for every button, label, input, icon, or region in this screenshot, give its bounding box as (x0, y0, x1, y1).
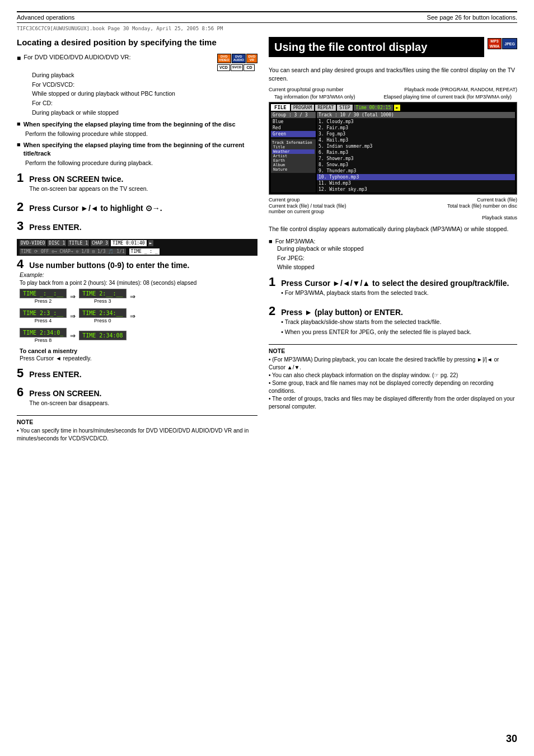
time-box-2a: TIME 2:3_:__ (20, 308, 67, 318)
step-6-content: Press ON SCREEN. The on-screen bar disap… (29, 389, 109, 410)
bullet-dvd-content: For DVD VIDEO/DVD AUDIO/DVD VR: DVDVIDEO… (24, 54, 257, 118)
example-desc: To play back from a point 2 (hours): 34 … (20, 280, 257, 286)
bullet-symbol-2: ■ (17, 120, 21, 130)
dvd-for-cd: For CD: (24, 99, 257, 107)
track-header: Track : 10 / 30 (Total 1000) (317, 112, 515, 118)
file-tab: FILE (271, 104, 290, 111)
right-step-2-content: Press ► (play button) or ENTER. • Track … (281, 308, 471, 339)
step-6: 6 Press ON SCREEN. The on-screen bar dis… (17, 386, 257, 410)
bullet-2-text: When specifying the elapsed playing time… (24, 120, 236, 129)
play-icon: ► (148, 240, 153, 246)
cancel-desc: Press Cursor ◄ repeatedly. (20, 355, 257, 361)
file-info-bar: TIFC3C6C7C9[AUWUSUNUGUX].book Page 30 Mo… (17, 26, 517, 31)
time-group-1b: TIME 2:__:__ Press 3 (79, 289, 126, 304)
group-header: Group : 3 / 3 (271, 112, 316, 118)
right-step-1: 1 Press Cursor ►/◄/▼/▲ to select the des… (269, 276, 517, 299)
right-step-1-number: 1 (269, 276, 275, 288)
step-5-number: 5 (17, 367, 24, 379)
mp3-during-playback: During playback or while stopped (269, 245, 517, 253)
time-row-1: TIME _:__:__ Press 2 ⇒ TIME 2:__:__ Pres… (20, 289, 257, 304)
bullet-symbol-1: ■ (17, 54, 21, 118)
mp3-badge-label: MP3 (488, 39, 502, 44)
right-step-2-title: Press ► (play button) or ENTER. (281, 308, 471, 317)
step-1-number: 1 (17, 172, 24, 184)
arrow-1a: ⇒ (70, 293, 76, 300)
cancel-misentry: To cancel a misentry Press Cursor ◄ repe… (20, 348, 257, 361)
step-3-title: Press ENTER. (29, 223, 81, 232)
left-note: NOTE • You can specify time in hours/min… (17, 415, 257, 443)
mp3-wma-badge: MP3 WMA (488, 38, 502, 49)
note-title: NOTE (17, 419, 257, 425)
track-nature: Nature (272, 167, 315, 172)
right-note-item-1: • (For MP3/WMA) During playback, you can… (269, 356, 517, 372)
repeat-tab: REPEAT (315, 105, 336, 111)
step-1-row: 1 Press ON SCREEN twice. The on-screen b… (17, 172, 257, 195)
current-group-bottom: Current group (269, 197, 300, 203)
track-10: 10. Typhoon.mp3 (317, 174, 515, 180)
step-1: 1 Press ON SCREEN twice. The on-screen b… (17, 172, 257, 195)
step-4-number: 4 (17, 258, 24, 270)
file-display-area: Current group/total group number Playbac… (269, 87, 517, 220)
time-group-2a: TIME 2:3_:__ Press 4 (20, 308, 67, 323)
vcd-badge: VCD (217, 64, 230, 71)
step-1-title: Press ON SCREEN twice. (29, 175, 148, 184)
step-5: 5 Press ENTER. (17, 367, 257, 381)
press-label-3a: Press 8 (20, 337, 67, 343)
time-group-3b: TIME 2:34:08 (79, 331, 126, 340)
step-5-row: 5 Press ENTER. (17, 367, 257, 381)
track-11: 11. Wind.mp3 (317, 180, 515, 186)
page-container: Advanced operations See page 26 for butt… (0, 0, 534, 756)
step-4-examples: Example: To play back from a point 2 (ho… (20, 271, 257, 361)
mp3-bullet-text: For MP3/WMA: (275, 238, 316, 245)
bullet-2-header: ■ When specifying the elapsed playing ti… (17, 120, 257, 130)
time-group-2b: TIME 2:34:__ Press 0 (79, 308, 126, 323)
right-note-item-2: • You can also check playback informatio… (269, 372, 517, 379)
bullet-dvd: ■ For DVD VIDEO/DVD AUDIO/DVD VR: DVDVID… (17, 54, 257, 118)
dvd-onscreen-bar: DVD-VIDEO DISC 1 TITLE 1 CHAP 3 TIME 0:0… (17, 239, 257, 256)
bullet-2-sub: Perform the following procedure while st… (17, 130, 257, 138)
elapsed-time-annot: Elapsed playing time of current track (f… (383, 94, 512, 100)
step-2-row: 2 Press Cursor ►/◄ to highlight ⊙→. (17, 201, 257, 214)
right-step-1-desc: • For MP3/WMA, playback starts from the … (281, 289, 509, 296)
time-box-1a: TIME _:__:__ (20, 289, 67, 298)
play-indicator: ► (394, 105, 400, 111)
track-9: 9. Thunder.mp3 (317, 168, 515, 174)
time-tab: Time 00:02:15 (354, 105, 394, 111)
arrow-2a: ⇒ (70, 312, 76, 320)
step-2-title: Press Cursor ►/◄ to highlight ⊙→. (29, 204, 162, 213)
current-group-annot: Current group/total group number (269, 87, 344, 92)
dvd-cd-playback: During playback or while stopped (24, 109, 257, 117)
bullet-3-text: When specifying the elapsed playing time… (24, 141, 257, 158)
current-track-file-annot: Current track (file) / total track (file… (269, 203, 358, 214)
mp3-jpeg-badges: MP3 WMA JPEG (488, 38, 517, 49)
right-intro: You can search and play desired groups a… (269, 66, 517, 82)
step-3-content: Press ENTER. (29, 223, 81, 233)
current-file-bottom: Current track (file) (477, 197, 517, 203)
right-step-1-title: Press Cursor ►/◄/▼/▲ to select the desir… (281, 279, 509, 288)
track-3: 3. Fog.mp3 (317, 131, 515, 137)
mid-annotations: Tag information (for MP3/WMA only) Elaps… (269, 94, 517, 100)
program-tab: PROGRAM (291, 105, 315, 111)
step-1-content: Press ON SCREEN twice. The on-screen bar… (29, 175, 148, 195)
playback-mode-annot: Playback mode (PROGRAM, RANDOM, REPEAT) (404, 87, 517, 92)
file-control-screen: FILE PROGRAM REPEAT STEP Time 00:02:15 ►… (269, 102, 517, 195)
track-info-panel: Track Information Title Weather Artist E… (271, 139, 316, 173)
tag-info-annot: Tag information (for MP3/WMA only) (274, 94, 355, 100)
mp3-while-stopped: While stopped (269, 263, 517, 271)
step-4-content: Use number buttons (0-9) to enter the ti… (29, 261, 189, 271)
step-4: 4 Use number buttons (0-9) to enter the … (17, 258, 257, 361)
top-annotations: Current group/total group number Playbac… (269, 87, 517, 92)
track-album: Album (272, 163, 315, 167)
note-text: • You can specify time in hours/minutes/… (17, 427, 257, 443)
right-note-item-3: • Some group, track and file names may n… (269, 379, 517, 395)
step-2-number: 2 (17, 201, 24, 213)
press-label-2a: Press 4 (20, 318, 67, 323)
step-3: 3 Press ENTER. (17, 220, 257, 233)
step-4-row: 4 Use number buttons (0-9) to enter the … (17, 258, 257, 271)
left-section-title: Locating a desired position by specifyin… (17, 37, 257, 48)
right-note-item-4: • The order of groups, tracks and files … (269, 395, 517, 411)
title-info: TITLE 1 (68, 240, 89, 246)
time-box-3b: TIME 2:34:08 (79, 331, 126, 340)
total-track-annot: Total track (file) number on disc (447, 203, 517, 214)
dvd-during-playback: During playback (24, 71, 257, 79)
